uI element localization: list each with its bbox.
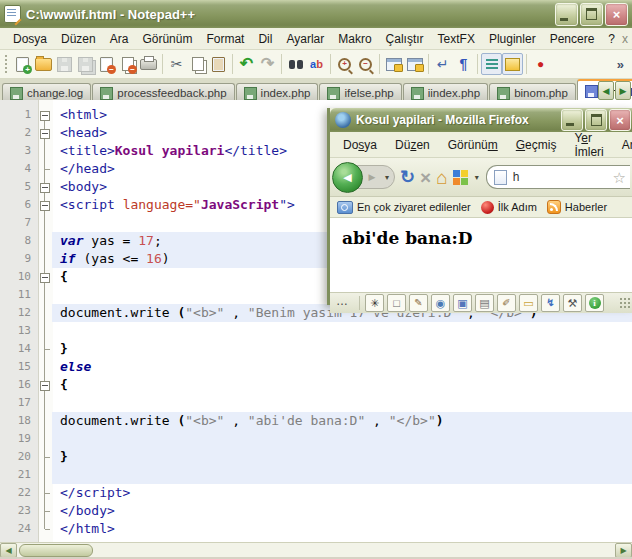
indent-guide-icon[interactable] [481,53,502,75]
toolbar-grip[interactable] [4,54,8,74]
ff-menu-dosya[interactable]: Dosya [336,136,384,154]
fold-marker[interactable] [38,196,52,214]
forward-button[interactable]: ▶ [361,168,383,186]
ff-menu-araçla[interactable]: Araçla [615,136,632,154]
save-icon[interactable] [54,53,75,75]
tools-icon[interactable]: ⚒ [563,294,582,312]
ff-menu-düzen[interactable]: Düzen [388,136,437,154]
firefox-titlebar[interactable]: Kosul yapilari - Mozilla Firefox × [330,108,632,132]
npp-menu-ayarlar[interactable]: Ayarlar [279,30,331,48]
fold-collapse-icon[interactable] [40,273,50,283]
fold-collapse-icon[interactable] [40,111,50,121]
globe-icon[interactable]: ◉ [431,294,450,312]
find-icon[interactable] [285,53,306,75]
fold-marker[interactable] [38,124,52,142]
horizontal-scrollbar[interactable]: ◀ ▶ [0,542,632,557]
ff-menu-yerimleri[interactable]: Yer İmleri [567,129,610,161]
ff-menu-geçmiş[interactable]: Geçmiş [509,136,564,154]
open-file-icon[interactable] [33,53,54,75]
doc-map-icon[interactable] [502,53,523,75]
replace-icon[interactable]: ab [306,53,327,75]
npp-menu-pencere[interactable]: Pencere [543,30,602,48]
bookmark-haberler[interactable]: Haberler [547,200,607,214]
grid-dropdown-icon[interactable]: ▾ [473,173,481,182]
npp-menu-makro[interactable]: Makro [331,30,378,48]
document-close-icon[interactable]: x [622,32,632,46]
npp-menu-grnm[interactable]: Görünüm [135,30,199,48]
fold-marker[interactable] [38,106,52,124]
notepadpp-titlebar[interactable]: C:\www\if.html - Notepad++ × [0,0,632,28]
scroll-left-arrow[interactable]: ◀ [0,543,17,558]
pencil-icon[interactable]: ✎ [409,294,428,312]
maximize-button[interactable] [580,3,603,26]
npp-menu-dosya[interactable]: Dosya [6,30,54,48]
zoom-in-icon[interactable]: + [334,53,355,75]
info-icon[interactable]: i [585,294,604,312]
fold-collapse-icon[interactable] [40,129,50,139]
firefox-close-button[interactable]: × [609,109,631,131]
stop-button[interactable]: × [420,168,431,187]
fold-collapse-icon[interactable] [40,183,50,193]
statusbar-collapse-icon[interactable]: … [334,294,354,312]
save-all-icon[interactable] [75,53,96,75]
bookmark-i-lk-adım[interactable]: İlk Adım [481,201,537,214]
tab-scroll-left-button[interactable]: ◀ [598,81,614,100]
bookmark-en-çok-ziyaret-edilenler[interactable]: En çok ziyaret edilenler [337,201,471,214]
npp-menu-dzen[interactable]: Düzen [54,30,103,48]
show-all-chars-icon[interactable]: ¶ [453,53,474,75]
print-icon[interactable] [138,53,159,75]
cut-icon[interactable]: ✂ [166,53,187,75]
fold-collapse-icon[interactable] [40,201,50,211]
sync-horizontal-icon[interactable] [404,53,425,75]
npp-menu-textfx[interactable]: TextFX [431,30,482,48]
npp-menu-pluginler[interactable]: Pluginler [482,30,543,48]
quick-launch-grid-icon[interactable] [453,170,468,185]
note-icon[interactable]: ✐ [497,294,516,312]
code-text: else [52,358,632,376]
npp-menu-dil[interactable]: Dil [251,30,279,48]
scrollbar-thumb[interactable] [19,544,93,557]
npp-menu-altr[interactable]: Çalıştır [379,30,431,48]
fold-marker[interactable] [38,178,52,196]
resize-grip[interactable] [619,297,631,309]
close-button[interactable]: × [605,3,628,26]
firefox-minimize-button[interactable] [561,109,583,131]
firefox-maximize-button[interactable] [585,109,607,131]
save-icon[interactable]: ▣ [453,294,472,312]
ff-menu-görünüm[interactable]: Görünüm [441,136,505,154]
scroll-right-arrow[interactable]: ▶ [615,543,632,558]
sync-vertical-icon[interactable] [383,53,404,75]
print-icon[interactable]: ▤ [475,294,494,312]
copy-icon[interactable] [187,53,208,75]
close-all-icon[interactable]: − [117,53,138,75]
paste-icon[interactable] [208,53,229,75]
fold-marker[interactable] [38,376,52,394]
zoom-out-icon[interactable]: − [355,53,376,75]
bolt-icon[interactable]: ↯ [541,294,560,312]
bug-icon[interactable]: ✳ [365,294,384,312]
home-button[interactable]: ⌂ [436,168,447,187]
back-button[interactable]: ◀ [332,162,363,193]
tab-scroll-right-button[interactable]: ▶ [615,81,631,100]
toolbar-overflow-chevron[interactable]: » [617,57,628,72]
new-page-icon[interactable]: □ [387,294,406,312]
npp-menu-?[interactable]: ? [601,30,622,48]
record-macro-icon[interactable]: ● [530,53,551,75]
url-text[interactable]: h [513,170,607,184]
redo-icon[interactable]: ↷ [257,53,278,75]
minimize-button[interactable] [555,3,578,26]
location-bar[interactable]: h ☆ [486,165,630,189]
image-icon[interactable]: ▭ [519,294,538,312]
close-icon[interactable]: − [96,53,117,75]
npp-menu-ara[interactable]: Ara [103,30,136,48]
word-wrap-icon[interactable]: ↵ [432,53,453,75]
undo-icon[interactable]: ↶ [236,53,257,75]
firefox-bookmarks-bar: En çok ziyaret edilenlerİlk AdımHaberler [330,197,632,218]
npp-menu-format[interactable]: Format [199,30,251,48]
fold-marker[interactable] [38,268,52,286]
fold-collapse-icon[interactable] [40,381,50,391]
bookmark-star-icon[interactable]: ☆ [613,170,626,185]
reload-button[interactable]: ↻ [400,168,415,186]
history-dropdown-icon[interactable]: ▾ [383,173,391,182]
new-file-icon[interactable]: + [12,53,33,75]
